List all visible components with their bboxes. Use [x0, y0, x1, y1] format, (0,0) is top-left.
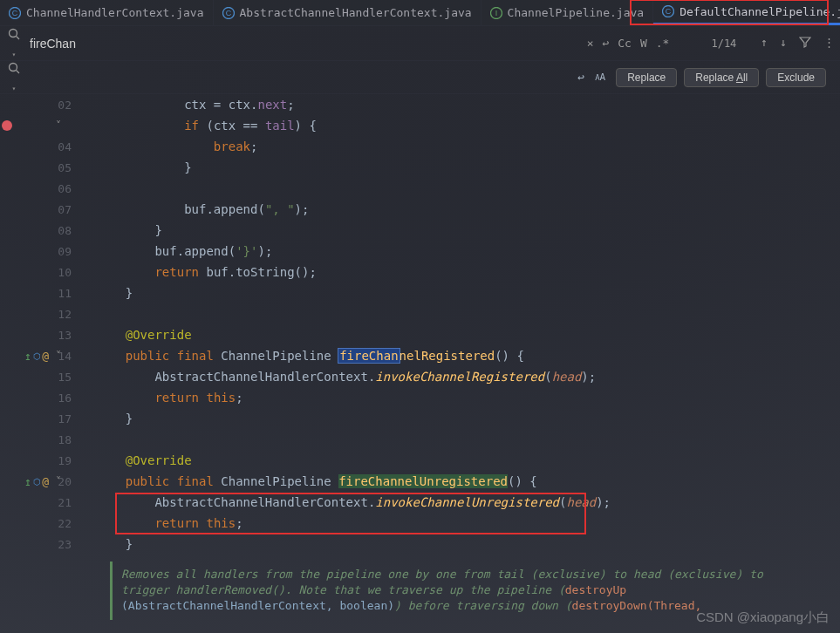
class-icon: C: [222, 7, 235, 19]
case-size-icon[interactable]: AA: [595, 71, 605, 83]
tab-channel-pipeline[interactable]: I ChannelPipeline.java: [481, 0, 654, 25]
search-icon[interactable]: ▾: [5, 28, 23, 58]
svg-point-10: [10, 64, 17, 71]
code-area[interactable]: ctx = ctx.next; if (ctx == tail) { break…: [79, 94, 840, 633]
replace-all-button[interactable]: Replace All: [684, 68, 759, 87]
tab-label: ChannelPipeline.java: [508, 6, 645, 19]
exclude-button[interactable]: Exclude: [766, 68, 826, 87]
svg-text:I: I: [495, 9, 497, 17]
svg-text:C: C: [225, 9, 231, 17]
code-editor[interactable]: 02 ˅03 04 05 06 07 08 09 10 11 12 13 14↥…: [0, 94, 840, 633]
history-icon[interactable]: ↩: [602, 37, 609, 50]
more-icon[interactable]: ⋮: [823, 36, 835, 51]
tab-label: ChannelHandlerContext.java: [26, 6, 204, 19]
tab-default-channel-pipeline[interactable]: C DefaultChannelPipeline.java ×: [653, 0, 840, 25]
replace-bar: ▾ ↩ AA Replace Replace All Exclude: [0, 61, 840, 94]
watermark: CSDN @xiaopang小白: [696, 609, 830, 626]
svg-line-11: [17, 71, 20, 74]
interface-icon: I: [490, 7, 502, 19]
tab-abstract-channel-handler-context[interactable]: C AbstractChannelHandlerContext.java: [214, 0, 481, 25]
class-icon: C: [9, 7, 21, 19]
next-match-icon[interactable]: ↓: [780, 36, 787, 51]
regex-toggle[interactable]: .*: [656, 37, 670, 50]
match-case-toggle[interactable]: Cc: [618, 37, 632, 50]
svg-line-9: [17, 37, 20, 40]
search-icon[interactable]: ▾: [5, 62, 23, 92]
tab-channel-handler-context[interactable]: C ChannelHandlerContext.java: [0, 0, 214, 25]
filter-icon[interactable]: [799, 36, 811, 51]
replace-input[interactable]: [30, 71, 309, 85]
search-nav: ↑ ↓ ⋮: [761, 36, 835, 51]
class-icon: C: [662, 5, 674, 17]
preserve-case-icon[interactable]: ↩: [577, 71, 584, 84]
replace-button[interactable]: Replace: [616, 68, 677, 87]
svg-point-8: [10, 30, 17, 37]
search-match-highlight: fireChan: [338, 349, 399, 363]
svg-text:C: C: [12, 9, 18, 17]
breakpoint-icon[interactable]: [2, 120, 12, 131]
tab-label: DefaultChannelPipeline.java: [680, 5, 840, 18]
search-bar: ▾ × ↩ Cc W .* 1/14 ↑ ↓ ⋮: [0, 26, 840, 61]
clear-icon[interactable]: ×: [587, 37, 594, 50]
search-count: 1/14: [711, 37, 736, 50]
gutter: 02 ˅03 04 05 06 07 08 09 10 11 12 13 14↥…: [0, 94, 79, 633]
search-input[interactable]: [30, 37, 580, 51]
prev-match-icon[interactable]: ↑: [761, 36, 768, 51]
override-gutter-icon[interactable]: ↥⬡: [24, 350, 41, 363]
override-gutter-icon[interactable]: ↥⬡: [24, 475, 41, 488]
editor-tabs: C ChannelHandlerContext.java C AbstractC…: [0, 0, 840, 26]
search-tools: × ↩ Cc W .*: [587, 37, 670, 50]
whole-word-toggle[interactable]: W: [640, 37, 647, 50]
tab-label: AbstractChannelHandlerContext.java: [240, 6, 472, 19]
svg-text:C: C: [666, 7, 672, 16]
